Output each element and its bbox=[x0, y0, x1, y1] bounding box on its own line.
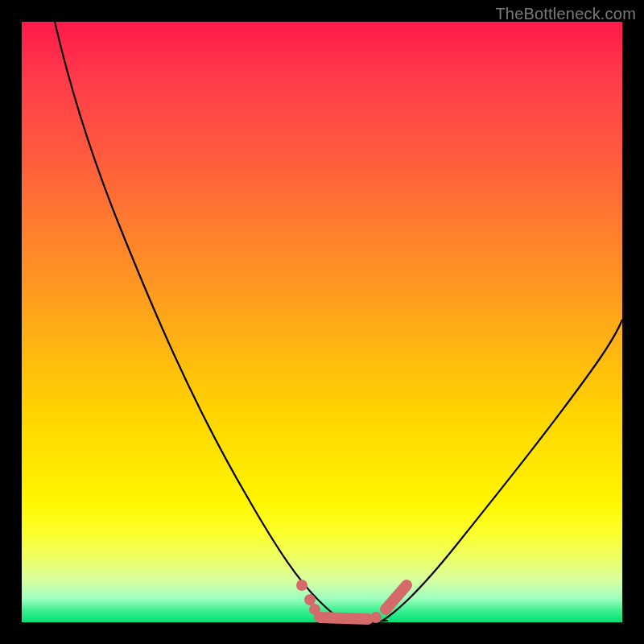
curve-right-branch bbox=[382, 320, 622, 621]
marker-dot bbox=[296, 580, 308, 591]
curve-left-branch bbox=[55, 22, 344, 621]
marker-group bbox=[296, 580, 407, 623]
marker-dot bbox=[370, 612, 382, 623]
marker-segment-floor bbox=[320, 617, 368, 619]
plot-area bbox=[22, 22, 622, 622]
chart-svg bbox=[22, 22, 622, 622]
chart-stage: TheBottleneck.com bbox=[0, 0, 644, 644]
marker-segment-rise bbox=[386, 585, 407, 609]
marker-dot bbox=[304, 594, 316, 605]
watermark-text: TheBottleneck.com bbox=[495, 5, 636, 23]
marker-dot bbox=[309, 604, 320, 615]
